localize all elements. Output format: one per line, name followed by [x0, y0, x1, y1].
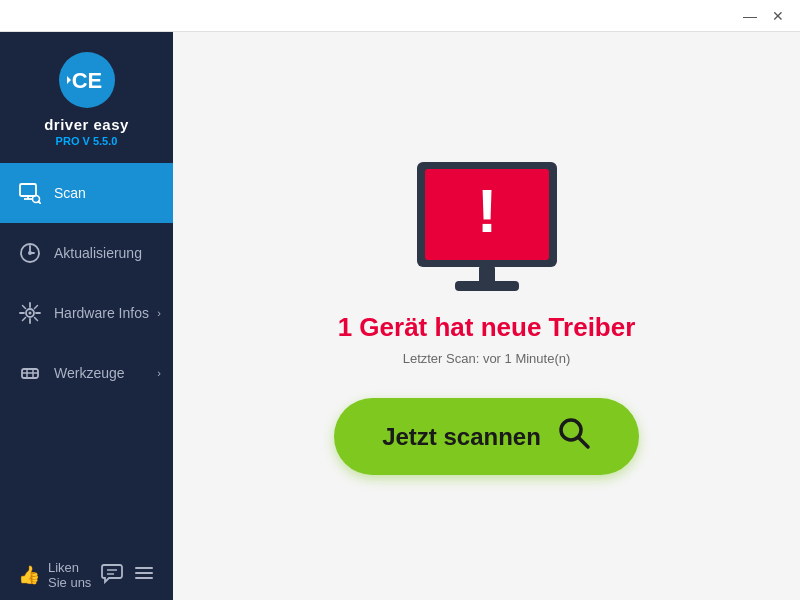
sidebar-item-update-label: Aktualisierung [54, 245, 142, 261]
scan-icon [18, 181, 42, 205]
logo-version: PRO V 5.5.0 [56, 135, 118, 147]
status-subtitle: Letzter Scan: vor 1 Minute(n) [403, 351, 571, 366]
svg-text:!: ! [476, 176, 497, 245]
list-icon[interactable] [133, 562, 155, 589]
scan-now-button[interactable]: Jetzt scannen [334, 398, 639, 475]
sidebar-item-hardware[interactable]: Hardware Infos › [0, 283, 173, 343]
like-us-label: Liken Sie uns [48, 560, 101, 590]
tools-icon [18, 361, 42, 385]
svg-text:CE: CE [71, 68, 102, 93]
svg-point-10 [29, 312, 32, 315]
logo-icon: CE [59, 52, 115, 108]
sidebar-logo: CE driver easy PRO V 5.5.0 [0, 32, 173, 163]
like-us-button[interactable]: 👍 Liken Sie uns [18, 560, 101, 590]
svg-rect-2 [20, 184, 36, 196]
sidebar-nav: Scan Aktualisierung [0, 163, 173, 546]
search-icon [557, 416, 591, 457]
svg-rect-31 [479, 267, 495, 283]
monitor-illustration: ! [397, 157, 577, 312]
sidebar-item-scan[interactable]: Scan [0, 163, 173, 223]
svg-rect-32 [455, 281, 519, 291]
scan-button-label: Jetzt scannen [382, 423, 541, 451]
svg-line-17 [23, 318, 26, 321]
svg-line-6 [39, 202, 41, 204]
sidebar: CE driver easy PRO V 5.5.0 [0, 32, 173, 600]
sidebar-item-hardware-label: Hardware Infos [54, 305, 149, 321]
tools-chevron-icon: › [157, 367, 161, 379]
chat-icon[interactable] [101, 562, 123, 589]
svg-point-8 [28, 251, 32, 255]
logo-text: driver easy [44, 116, 129, 133]
update-icon [18, 241, 42, 265]
thumbs-up-icon: 👍 [18, 564, 40, 586]
svg-line-15 [23, 306, 26, 309]
sidebar-bottom: 👍 Liken Sie uns [0, 546, 173, 600]
status-title: 1 Gerät hat neue Treiber [338, 312, 636, 343]
sidebar-item-tools-label: Werkzeuge [54, 365, 125, 381]
svg-line-18 [35, 306, 38, 309]
hardware-icon [18, 301, 42, 325]
sidebar-item-tools[interactable]: Werkzeuge › [0, 343, 173, 403]
sidebar-item-scan-label: Scan [54, 185, 86, 201]
titlebar: — ✕ [0, 0, 800, 32]
close-button[interactable]: ✕ [764, 2, 792, 30]
svg-line-16 [35, 318, 38, 321]
minimize-button[interactable]: — [736, 2, 764, 30]
app-body: CE driver easy PRO V 5.5.0 [0, 32, 800, 600]
main-content: ! 1 Gerät hat neue Treiber Letzter Scan:… [173, 32, 800, 600]
svg-line-34 [579, 438, 588, 447]
sidebar-item-update[interactable]: Aktualisierung [0, 223, 173, 283]
hardware-chevron-icon: › [157, 307, 161, 319]
